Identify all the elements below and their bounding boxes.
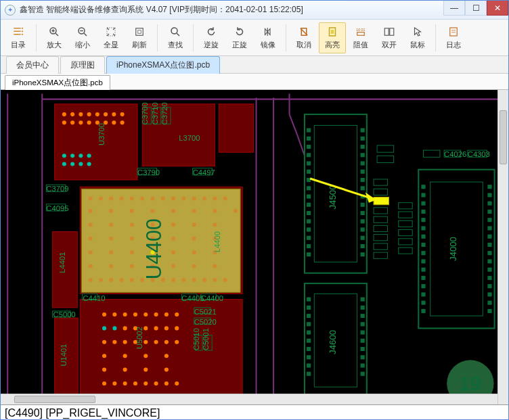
maximize-button[interactable]: ☐: [465, 1, 487, 16]
svg-rect-245: [421, 185, 425, 189]
svg-rect-211: [361, 178, 365, 182]
svg-point-59: [70, 154, 74, 158]
svg-point-64: [79, 162, 83, 166]
svg-point-118: [109, 278, 113, 282]
horizontal-scrollbar-thumb[interactable]: [14, 396, 95, 403]
svg-rect-274: [487, 292, 491, 296]
svg-rect-270: [487, 259, 491, 263]
svg-point-46: [95, 112, 99, 116]
threshold-button[interactable]: 10 01阻值: [347, 22, 374, 53]
svg-rect-271: [487, 268, 491, 272]
svg-point-63: [70, 162, 74, 166]
svg-rect-218: [361, 236, 365, 240]
cancel-button[interactable]: 取消: [290, 22, 317, 53]
cursor-label: 鼠标: [410, 40, 425, 50]
zoomout-button[interactable]: 缩小: [69, 22, 96, 53]
svg-point-111: [130, 264, 134, 269]
cursor-button[interactable]: 鼠标: [404, 22, 431, 53]
svg-rect-21: [331, 30, 334, 34]
svg-point-152: [164, 340, 169, 344]
svg-point-65: [87, 162, 91, 166]
svg-rect-265: [487, 218, 491, 222]
svg-point-69: [120, 197, 124, 201]
close-button[interactable]: ✕: [487, 1, 508, 16]
refresh-button[interactable]: 刷新: [126, 22, 153, 53]
svg-rect-232: [307, 372, 311, 376]
svg-rect-26: [450, 28, 458, 36]
svg-point-153: [175, 340, 179, 344]
fit-button[interactable]: 全显: [97, 22, 125, 53]
svg-point-5: [22, 33, 23, 34]
svg-point-107: [192, 250, 196, 254]
svg-rect-256: [421, 276, 425, 280]
mirror-button[interactable]: 镜像: [255, 22, 282, 53]
svg-rect-191: [307, 145, 311, 149]
svg-rect-267: [487, 235, 491, 239]
search-button[interactable]: 查找: [162, 22, 189, 53]
rotate-ccw-button[interactable]: 逆旋: [198, 22, 225, 53]
svg-point-138: [102, 326, 106, 330]
pcb-canvas[interactable]: U4400 U3700 L3700 L4401 L4400 C4405 C440…: [1, 90, 508, 404]
tab-member[interactable]: 会员中心: [6, 56, 59, 74]
vertical-scrollbar-thumb[interactable]: [500, 110, 507, 164]
svg-point-78: [213, 197, 217, 201]
svg-rect-283: [374, 189, 387, 195]
zoomin-button[interactable]: 放大: [41, 22, 68, 53]
svg-point-45: [87, 112, 91, 116]
svg-rect-196: [307, 186, 311, 190]
rotate-cw-button[interactable]: 正旋: [226, 22, 253, 53]
label-c5021: C5021: [194, 308, 217, 316]
minimize-button[interactable]: —: [443, 1, 465, 16]
svg-rect-246: [421, 193, 425, 197]
svg-rect-285: [374, 216, 387, 223]
svg-rect-220: [361, 252, 365, 256]
svg-rect-201: [307, 227, 311, 231]
highlight-button[interactable]: 高亮: [319, 22, 346, 53]
svg-point-42: [62, 112, 66, 116]
svg-rect-199: [307, 211, 311, 215]
component-c4490[interactable]: [374, 197, 389, 205]
svg-rect-277: [423, 150, 439, 157]
vertical-scrollbar[interactable]: [497, 90, 508, 404]
rotcw-label: 正旋: [232, 40, 247, 50]
svg-point-129: [223, 278, 227, 282]
svg-point-135: [154, 312, 158, 317]
svg-point-61: [87, 154, 91, 158]
horizontal-scrollbar[interactable]: [1, 394, 497, 404]
svg-rect-242: [361, 372, 365, 376]
svg-point-87: [234, 209, 238, 213]
svg-rect-197: [307, 194, 311, 198]
status-text: [C4490] [PP_RIGEL_VINCORE]: [5, 407, 160, 419]
svg-rect-205: [361, 128, 365, 132]
svg-rect-226: [307, 322, 311, 326]
subtab-pcbfile[interactable]: iPhoneXSMAX点位图.pcb: [5, 75, 110, 90]
log-button[interactable]: 日志: [440, 22, 467, 53]
svg-rect-227: [307, 330, 311, 334]
dual-button[interactable]: 双开: [376, 22, 403, 53]
svg-point-133: [133, 312, 137, 317]
tab-schematic[interactable]: 原理图: [60, 56, 105, 74]
svg-point-128: [213, 278, 217, 282]
svg-rect-219: [361, 244, 365, 248]
svg-rect-239: [361, 347, 365, 351]
svg-point-102: [89, 250, 93, 254]
label-u1401: U1401: [60, 344, 68, 366]
svg-rect-275: [487, 301, 491, 305]
svg-point-68: [109, 197, 113, 201]
svg-point-77: [202, 197, 206, 201]
label-l4401: L4401: [58, 252, 66, 273]
svg-point-53: [87, 120, 91, 124]
tab-pcb[interactable]: iPhoneXSMAX点位图.pcb: [106, 56, 220, 74]
svg-rect-233: [361, 297, 365, 301]
corner-number: 19: [460, 373, 481, 394]
svg-rect-214: [361, 203, 365, 207]
svg-point-47: [104, 112, 108, 116]
svg-rect-284: [374, 208, 387, 214]
svg-point-132: [123, 312, 127, 317]
svg-rect-255: [421, 268, 425, 272]
svg-rect-0: [14, 28, 21, 29]
svg-point-157: [164, 354, 169, 358]
label-c4497: C4497: [193, 168, 215, 177]
catalog-button[interactable]: 目录: [5, 22, 32, 53]
svg-rect-2: [14, 34, 21, 35]
